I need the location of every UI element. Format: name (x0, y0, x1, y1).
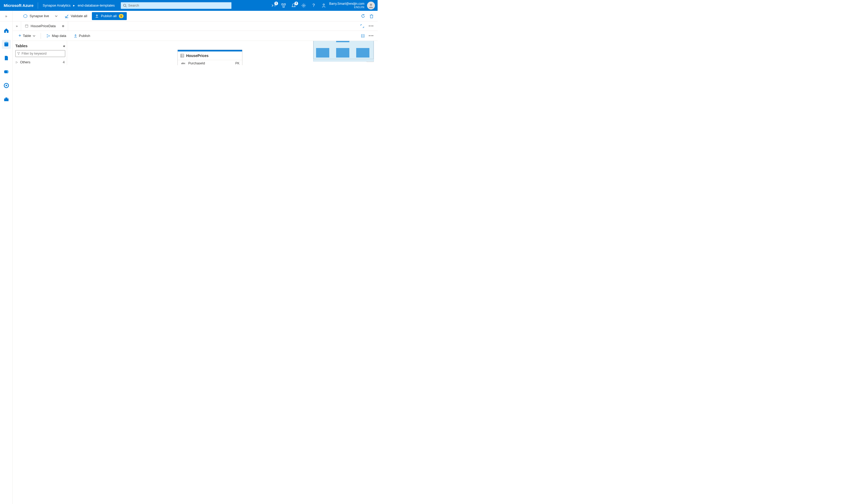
minimap-node (316, 48, 329, 57)
refresh-icon[interactable] (361, 14, 365, 18)
document-icon (4, 55, 9, 61)
expand-rail-button[interactable]: » (0, 11, 13, 21)
account-tenant: ENDJIN (329, 6, 364, 9)
account-menu[interactable]: Barry.Smart@endjin.com ENDJIN (328, 2, 378, 10)
gauge-icon (3, 83, 9, 88)
global-search-input[interactable] (128, 3, 229, 7)
more-icon[interactable]: ••• (369, 24, 374, 28)
workspace-toolbar: Synapse live Validate all Publish all 1 (0, 11, 378, 21)
minimap-node (336, 41, 349, 42)
svg-point-12 (7, 70, 8, 73)
database-icon (25, 24, 29, 28)
synapse-live-label: Synapse live (30, 14, 49, 18)
column-row[interactable]: abcPurchaseIdPK (178, 60, 242, 65)
expand-icon[interactable] (360, 24, 364, 28)
nav-integrate[interactable] (2, 67, 11, 76)
publish-button[interactable]: Publish (71, 32, 93, 40)
breadcrumb-item-service[interactable]: Synapse Analytics (43, 3, 71, 7)
entity-house-prices[interactable]: HousePrices abcPurchaseIdPK1.2fPurchaseP… (177, 50, 242, 65)
nav-manage[interactable] (2, 95, 11, 104)
brand[interactable]: Microsoft Azure (4, 3, 38, 8)
avatar[interactable] (367, 2, 375, 10)
global-search[interactable] (121, 2, 231, 9)
settings-icon[interactable] (301, 3, 307, 8)
more-icon[interactable]: ••• (369, 34, 374, 38)
tables-filter[interactable] (15, 50, 65, 57)
search-icon (123, 4, 127, 7)
chevron-down-icon (55, 15, 57, 17)
cloud-shell-icon[interactable]: 1 (271, 3, 277, 8)
collapse-panel-button[interactable]: « (63, 43, 65, 48)
map-data-label: Map data (52, 34, 66, 38)
nav-home[interactable] (2, 26, 11, 35)
feedback-icon[interactable] (321, 3, 327, 8)
svg-rect-2 (281, 3, 283, 5)
svg-point-7 (370, 4, 372, 6)
nav-develop[interactable] (2, 54, 11, 62)
discard-icon[interactable] (369, 14, 374, 18)
directories-icon[interactable] (281, 3, 286, 8)
badge: 3 (294, 2, 298, 5)
live-icon (23, 14, 28, 18)
pipeline-icon (3, 69, 9, 75)
svg-point-21 (47, 36, 48, 37)
breadcrumb-item-workspace[interactable]: end-database-templates (77, 3, 115, 7)
chevron-right-icon: ▸ (73, 3, 75, 7)
map-data-icon (46, 34, 50, 38)
tab-houseprice-data[interactable]: HousePriceData (21, 21, 68, 31)
synapse-live-dropdown[interactable]: Synapse live (21, 13, 60, 20)
notifications-icon[interactable]: 3 (291, 3, 297, 8)
badge: 1 (274, 2, 278, 5)
validate-all-button[interactable]: Validate all (65, 14, 87, 18)
entity-title: HousePrices (186, 54, 209, 58)
svg-rect-16 (5, 97, 7, 99)
svg-rect-26 (180, 54, 184, 57)
account-text: Barry.Smart@endjin.com ENDJIN (329, 2, 364, 8)
svg-point-22 (49, 35, 50, 36)
svg-point-9 (4, 42, 8, 43)
check-icon (65, 14, 69, 18)
account-email: Barry.Smart@endjin.com (329, 2, 364, 5)
entity-header[interactable]: HousePrices (178, 52, 242, 60)
tree-node-count: 4 (63, 60, 65, 64)
tree-node-label: Others (20, 60, 30, 64)
erd-canvas[interactable]: HousePrices abcPurchaseIdPK1.2fPurchaseP… (67, 41, 378, 65)
publish-all-button[interactable]: Publish all 1 (92, 12, 126, 20)
column-name: PurchaseId (188, 61, 205, 65)
tables-heading-row: Tables « (15, 43, 65, 48)
map-data-button[interactable]: Map data (43, 32, 69, 40)
validate-all-label: Validate all (71, 14, 87, 18)
tables-heading: Tables (15, 43, 28, 48)
publish-icon (95, 14, 99, 18)
svg-rect-3 (284, 3, 285, 5)
minimap[interactable] (313, 41, 374, 61)
svg-rect-4 (283, 6, 284, 7)
expand-tabs-button[interactable]: » (13, 21, 21, 31)
publish-all-label: Publish all (101, 14, 117, 18)
person-icon (368, 3, 373, 8)
editor-toolbar: + Table Map data Publish ••• (13, 31, 378, 41)
svg-point-6 (323, 4, 324, 5)
svg-line-1 (125, 6, 126, 7)
header-divider (38, 2, 38, 9)
svg-point-0 (123, 4, 126, 6)
minimap-node (336, 48, 349, 57)
publish-count-badge: 1 (119, 14, 124, 18)
add-table-label: Table (23, 34, 31, 38)
nav-data[interactable] (2, 40, 11, 49)
add-table-button[interactable]: + Table (16, 32, 38, 40)
entity-columns: abcPurchaseIdPK1.2fPurchasePriceDateOfPu… (178, 60, 242, 65)
svg-point-19 (25, 24, 28, 25)
toolbox-icon (3, 96, 9, 102)
key-indicator: PK (235, 61, 240, 65)
plus-icon: + (18, 33, 21, 38)
publish-icon (74, 34, 77, 38)
tables-filter-input[interactable] (22, 52, 63, 55)
svg-point-20 (47, 34, 48, 35)
properties-icon[interactable] (361, 34, 365, 38)
tree-node-others[interactable]: ▷ Others 4 (15, 59, 65, 65)
dirty-indicator (62, 25, 64, 27)
publish-label: Publish (79, 34, 90, 38)
nav-monitor[interactable] (2, 81, 11, 90)
help-icon[interactable]: ? (311, 3, 317, 8)
